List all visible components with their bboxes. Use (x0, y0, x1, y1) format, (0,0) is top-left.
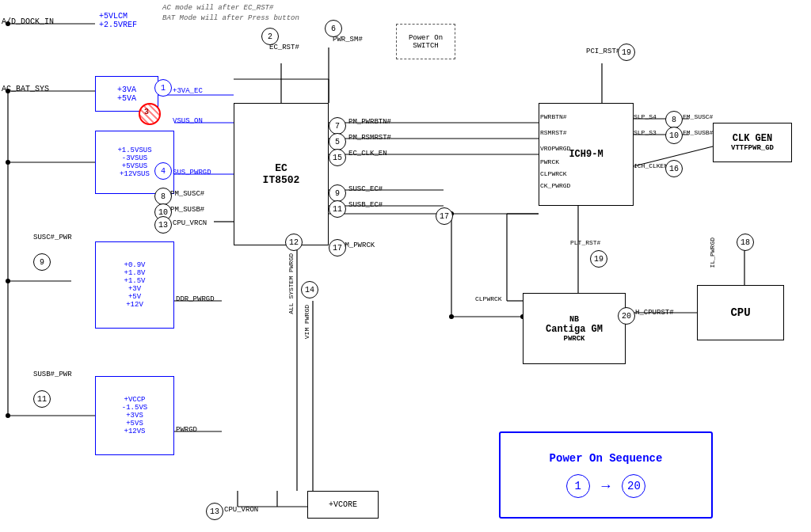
pm-pwrbtn-label: PM_PWRBTN# (348, 118, 391, 126)
seq-num-17: 17 (329, 239, 346, 256)
ec-label2: IT8502 (263, 174, 300, 186)
seq-num-19-nb: 19 (590, 250, 607, 268)
ec-rst-label: EC_RST# (269, 44, 299, 51)
pm-rsmrst-label: PM_RSMRST# (348, 134, 391, 142)
nb-pwrck-label: PWRCK (546, 335, 603, 343)
power-on-switch-label: Power On SWITCH (397, 34, 455, 50)
susb-pwr-box: +VCCP -1.5VS +3VS +5VS +12VS (95, 376, 174, 455)
pm-susb-label: PM_SUSB# (170, 206, 204, 214)
ac-note1: AC mode will after EC_RST# (162, 4, 273, 12)
seq-num-8: 8 (154, 188, 172, 205)
clpwrck-ich-label: CLPWRCK (540, 170, 567, 177)
seq-num-12: 12 (285, 234, 303, 251)
ac-note2: BAT Mode will after Press button (162, 14, 299, 22)
cpu-vron-label: CPU_VRON (224, 506, 258, 514)
ck-pwrgd-label: CK_PWRGD (540, 182, 570, 189)
pwrck-ich-label: PWRCK (540, 158, 559, 165)
seq-arrow: → (602, 478, 611, 494)
3va-ec-label: +3VA_EC (173, 87, 203, 95)
power-on-seq-title: Power On Sequence (550, 452, 663, 465)
seq-num-14: 14 (301, 281, 318, 298)
h-cpurst-label: H_CPURST# (635, 309, 674, 317)
seq-num-3-red (139, 103, 161, 125)
vcore-label: +VCORE (329, 500, 357, 509)
seq-num-15: 15 (329, 149, 346, 166)
seq-num-13-ec: 13 (154, 216, 172, 234)
vsus-on-label: VSUS_ON (173, 117, 203, 125)
seq-num-9-left: 9 (33, 253, 51, 271)
seq-num-4: 4 (154, 162, 172, 180)
seq-num-17-mid: 17 (436, 207, 453, 225)
slp-s4-label: SLP_S4 (634, 113, 657, 120)
seq-num-13-bot: 13 (206, 503, 223, 520)
vcore-box: +VCORE (307, 491, 379, 519)
seq-num-6-top: 6 (325, 20, 342, 37)
seq-to-circle: 20 (622, 474, 645, 498)
cpu-label: CPU (730, 306, 750, 319)
bat-label2: +5VA (117, 94, 136, 103)
seq-num-9-ec: 9 (329, 184, 346, 202)
ec-clk-en-label: EC_CLK_EN (348, 150, 387, 158)
seq-num-10-ich: 10 (665, 127, 683, 144)
power-on-sequence-box: Power On Sequence 1 → 20 (499, 431, 713, 519)
seq-num-8-ich: 8 (665, 111, 683, 128)
pwrbtn-ich-label: PWRBTN# (540, 113, 567, 120)
seq-num-3-label: 3 (144, 108, 149, 116)
seq-num-7: 7 (329, 117, 346, 135)
plt-rst-label: PLT_RST# (570, 239, 600, 246)
bat-label1: +3VA (117, 86, 136, 94)
seq-num-11-ec: 11 (329, 200, 346, 218)
svg-point-12 (6, 413, 10, 418)
clpwrck-label: CLPWRCK (475, 295, 502, 302)
il-pwrgd-label: IL_PWRGD (709, 238, 716, 268)
slp-s3-label: SLP_S3 (634, 129, 657, 136)
clkgen-label: CLK GEN (731, 133, 774, 144)
vropwrgd-ich-label: VROPWRGD (540, 145, 570, 152)
nb-label1: NB (546, 315, 603, 324)
seq-num-16: 16 (665, 160, 683, 177)
ddr-pwrgd-label: DDR_PWRGD (176, 295, 215, 303)
rsmrst-ich-label: RSMRST# (540, 129, 567, 136)
seq-num-18: 18 (737, 234, 754, 251)
vttfpwr-label: VTTFPWR_GD (731, 144, 774, 152)
all-sys-pwrgd-label: ALL SYSTEM PWRGD (287, 253, 295, 314)
svg-point-36 (449, 314, 454, 319)
svg-point-11 (6, 279, 10, 283)
seq-num-11-left: 11 (33, 390, 51, 408)
pwr-sm-label: PWR_SM# (333, 36, 363, 44)
ich9m-label: ICH9-M (569, 149, 603, 160)
clkgen-box: CLK GEN VTTFPWR_GD (713, 123, 792, 162)
power-on-switch-box: Power On SWITCH (396, 24, 455, 59)
adc-dock-label: A/D_DOCK_IN (2, 17, 54, 26)
nb-label2: Cantiga GM (546, 324, 603, 335)
sus-pwrgd-label: SUS_PWRGD (173, 169, 211, 177)
svg-point-8 (6, 160, 10, 165)
ec-label1: EC (263, 162, 300, 174)
ich-clken-label: ICH_CLKEN (634, 162, 668, 169)
cpu-vrcn-label: CPU_VRCN (173, 219, 207, 227)
susb-ec-label: SUSB_EC# (348, 201, 383, 209)
seq-num-5: 5 (329, 133, 346, 150)
vim-pwrgd-label: VIM PWRGD (303, 305, 310, 339)
cpu-box: CPU (697, 285, 784, 340)
susc-pwr-box: +0.9V +1.8V +1.5V +3V +5V +12V (95, 241, 174, 329)
vlcm-label: +5VLCM +2.5VREF (99, 12, 137, 29)
pwrgd-label: PWRGD (176, 426, 197, 434)
fm-susc-label: FM_SUSC# (683, 113, 713, 120)
seq-num-2: 2 (261, 28, 279, 45)
ec-box: EC IT8502 (234, 103, 329, 245)
seq-num-20: 20 (618, 307, 635, 325)
schematic-diagram: A/D_DOCK_IN +5VLCM +2.5VREF AC_BAT_SYS A… (0, 0, 811, 532)
seq-from-circle: 1 (566, 474, 590, 498)
pci-rst-label: PCI_RST# (586, 48, 620, 55)
seq-num-1: 1 (154, 79, 172, 97)
nb-box: NB Cantiga GM PWRCK (523, 293, 626, 364)
fm-susb-label: FM_SUSB# (683, 129, 713, 136)
ac-bat-label: AC_BAT_SYS (2, 85, 49, 93)
seq-num-19-ich: 19 (618, 44, 635, 61)
susb-pwr-label: SUSB#_PWR (33, 370, 72, 378)
susc-pwr-label: SUSC#_PWR (33, 234, 72, 241)
pm-susc-label: PM_SUSC# (170, 190, 204, 198)
susc-ec-label: SUSC_EC# (348, 185, 383, 193)
